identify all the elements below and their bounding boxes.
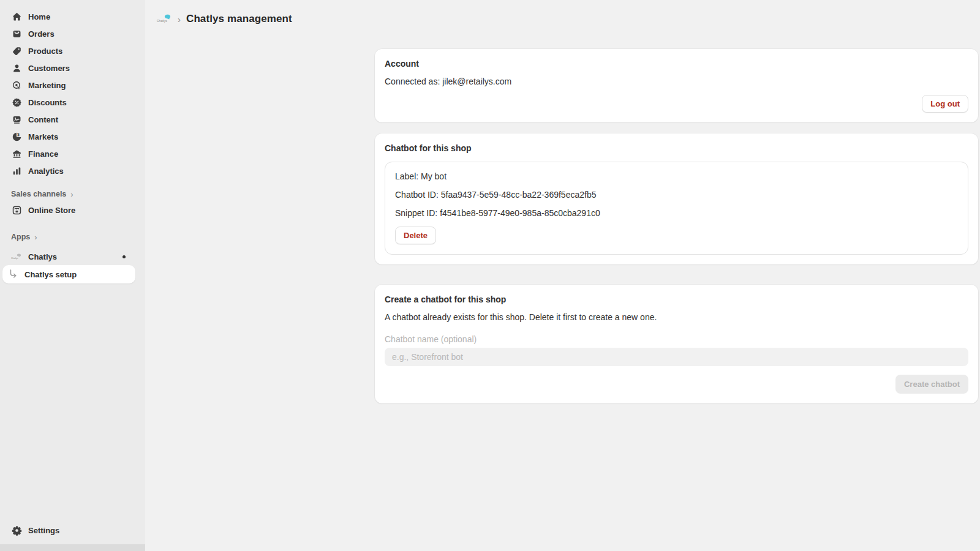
create-chatbot-button: Create chatbot [895, 375, 968, 394]
target-icon [11, 80, 22, 91]
chatbot-card: Chatbot for this shop Label: My bot Chat… [375, 133, 978, 264]
page-header: Chatlys › Chatlys management [145, 0, 980, 33]
sidebar-item-products[interactable]: Products [6, 42, 139, 59]
discount-badge-icon [11, 97, 22, 108]
sidebar-item-label: Finance [28, 149, 58, 159]
page-title: Chatlys management [186, 13, 292, 25]
sidebar-item-label: Markets [28, 132, 58, 141]
create-chatbot-card: Create a chatbot for this shop A chatbot… [375, 285, 978, 403]
logout-button[interactable]: Log out [922, 95, 968, 113]
chatbot-name-label: Chatbot name (optional) [385, 334, 968, 344]
orders-icon [11, 28, 22, 39]
sidebar-item-marketing[interactable]: Marketing [6, 77, 139, 94]
sidebar-item-orders[interactable]: Orders [6, 25, 139, 42]
sidebar: Home Orders Products Customers Marketing [0, 0, 145, 551]
sidebar-item-chatlys[interactable]: Chatlys Chatlys [6, 248, 139, 265]
tag-icon [11, 45, 22, 56]
sidebar-item-markets[interactable]: $ Markets [6, 128, 139, 145]
apps-header[interactable]: Apps › [0, 230, 145, 244]
gear-icon [11, 525, 22, 536]
media-icon [11, 114, 22, 125]
chevron-right-icon: › [34, 233, 37, 242]
page-content: Account Connected as: jilek@retailys.com… [145, 33, 980, 414]
sidebar-item-discounts[interactable]: Discounts [6, 94, 139, 111]
sidebar-bottom-strip [0, 544, 145, 551]
globe-dollar-icon: $ [11, 131, 22, 142]
notification-dot [123, 255, 126, 258]
svg-text:$: $ [17, 132, 20, 137]
person-icon [11, 62, 22, 73]
main-area: Chatlys › Chatlys management Account Con… [145, 0, 980, 551]
sidebar-item-content[interactable]: Content [6, 111, 139, 128]
create-card-info-text: A chatbot already exists for this shop. … [385, 312, 968, 322]
sidebar-item-label: Orders [28, 29, 55, 39]
main-nav: Home Orders Products Customers Marketing [0, 8, 145, 179]
home-icon [11, 11, 22, 22]
chatbot-card-title: Chatbot for this shop [385, 143, 968, 153]
snippet-id-text: Snippet ID: f4541be8-5977-49e0-985a-85c0… [395, 208, 958, 218]
sidebar-item-label: Discounts [28, 98, 67, 107]
sidebar-item-label: Content [28, 115, 58, 124]
chatlys-logo-icon: Chatlys [156, 13, 172, 24]
sales-channels-label: Sales channels [11, 190, 66, 198]
bank-icon [11, 148, 22, 159]
sidebar-item-label: Online Store [28, 206, 75, 215]
sidebar-item-label: Chatlys setup [24, 270, 77, 279]
sidebar-item-label: Marketing [28, 81, 66, 90]
sidebar-item-home[interactable]: Home [6, 8, 139, 25]
sidebar-item-online-store[interactable]: Online Store [6, 201, 139, 219]
chevron-right-icon: › [70, 190, 73, 199]
sidebar-item-label: Chatlys [28, 252, 57, 261]
storefront-icon [11, 204, 22, 216]
connected-as-text: Connected as: jilek@retailys.com [385, 77, 968, 86]
delete-chatbot-button[interactable]: Delete [395, 227, 436, 244]
chatbot-name-input [385, 348, 968, 366]
chatbot-details-box: Label: My bot Chatbot ID: 5faa9437-5e59-… [385, 162, 968, 255]
sales-channels-header[interactable]: Sales channels › [0, 187, 145, 201]
sidebar-item-label: Products [28, 47, 62, 56]
sidebar-item-chatlys-setup[interactable]: Chatlys setup [2, 265, 135, 283]
chatbot-label-text: Label: My bot [395, 171, 958, 181]
sidebar-item-customers[interactable]: Customers [6, 59, 139, 77]
chatbot-id-text: Chatbot ID: 5faa9437-5e59-48cc-ba22-369f… [395, 190, 958, 200]
apps-nav: Chatlys Chatlys Chatlys setup [0, 248, 145, 283]
sidebar-item-analytics[interactable]: Analytics [6, 162, 139, 179]
sales-channels-nav: Online Store [0, 201, 145, 219]
sidebar-item-label: Customers [28, 64, 70, 73]
sidebar-item-label: Settings [28, 526, 59, 535]
svg-text:Chatlys: Chatlys [157, 19, 167, 23]
bar-chart-icon [11, 165, 22, 176]
account-card: Account Connected as: jilek@retailys.com… [375, 49, 978, 122]
create-card-title: Create a chatbot for this shop [385, 294, 968, 304]
breadcrumb-chevron-icon: › [178, 14, 181, 24]
sidebar-item-finance[interactable]: Finance [6, 145, 139, 162]
sidebar-item-label: Home [28, 12, 50, 21]
account-card-title: Account [385, 59, 968, 69]
chatlys-app-icon: Chatlys [11, 251, 22, 262]
apps-label: Apps [11, 233, 30, 241]
sidebar-item-label: Analytics [28, 167, 64, 176]
sub-item-arrow-icon [7, 269, 18, 280]
sidebar-item-settings[interactable]: Settings [6, 522, 139, 539]
svg-text:Chatlys: Chatlys [11, 257, 18, 259]
